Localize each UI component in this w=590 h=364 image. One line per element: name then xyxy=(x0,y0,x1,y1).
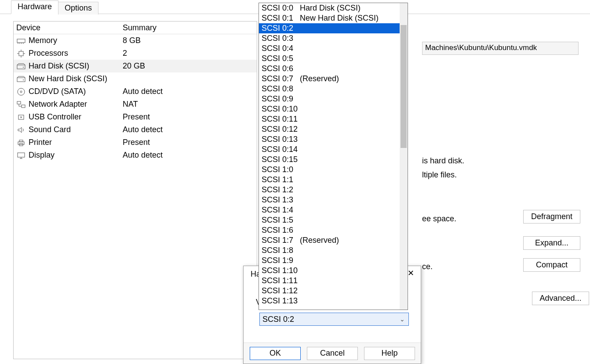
cpu-icon xyxy=(16,50,26,58)
dropdown-item[interactable]: SCSI 0:2 xyxy=(259,23,408,33)
dropdown-item[interactable]: SCSI 0:14 xyxy=(259,144,408,155)
svg-rect-22 xyxy=(18,153,25,157)
dropdown-item[interactable]: SCSI 1:3 xyxy=(259,195,408,205)
device-summary: 20 GB xyxy=(119,61,257,71)
usb-icon xyxy=(16,113,26,121)
svg-point-11 xyxy=(23,67,24,68)
dropdown-item[interactable]: SCSI 0:15 xyxy=(259,155,408,165)
dropdown-item[interactable]: SCSI 1:1 xyxy=(259,175,408,185)
dropdown-item[interactable]: SCSI 0:11 xyxy=(259,114,408,124)
hdd-icon xyxy=(16,75,26,83)
dropdown-item[interactable]: SCSI 0:5 xyxy=(259,54,408,64)
svg-point-13 xyxy=(23,79,24,80)
compact-button[interactable]: Compact xyxy=(523,258,580,272)
dropdown-item[interactable]: SCSI 1:0 xyxy=(259,165,408,175)
text-ce: ce. xyxy=(422,262,433,271)
dropdown-item[interactable]: SCSI 0:3 xyxy=(259,33,408,43)
dropdown-item[interactable]: SCSI 1:9 xyxy=(259,256,408,266)
dropdown-item[interactable]: SCSI 0:6 xyxy=(259,64,408,74)
device-name: Display xyxy=(29,151,55,160)
svg-rect-10 xyxy=(17,65,25,69)
svg-rect-17 xyxy=(22,105,25,108)
dropdown-item[interactable]: SCSI 1:5 xyxy=(259,215,408,225)
disk-file-field[interactable]: Machines\Kubuntu\Kubuntu.vmdk xyxy=(422,42,579,55)
device-row[interactable]: New Hard Disk (SCSI) xyxy=(14,72,257,85)
device-row[interactable]: Memory8 GB xyxy=(14,34,257,47)
device-row[interactable]: Hard Disk (SCSI)20 GB xyxy=(14,60,257,72)
text-free-space: ee space. xyxy=(422,214,456,223)
cd-icon xyxy=(16,88,26,96)
device-node-dropdown[interactable]: SCSI 0:0 Hard Disk (SCSI)SCSI 0:1 New Ha… xyxy=(259,3,408,310)
dropdown-item[interactable]: SCSI 1:11 xyxy=(259,276,408,286)
ok-button[interactable]: OK xyxy=(250,347,301,360)
device-name: Network Adapter xyxy=(29,100,87,109)
device-row[interactable]: DisplayAuto detect xyxy=(14,149,257,162)
device-name: CD/DVD (SATA) xyxy=(29,87,86,96)
display-icon xyxy=(16,151,26,159)
device-name: Printer xyxy=(29,138,52,147)
svg-rect-16 xyxy=(17,101,21,104)
dropdown-item[interactable]: SCSI 0:1 New Hard Disk (SCSI) xyxy=(259,13,408,23)
device-row[interactable]: CD/DVD (SATA)Auto detect xyxy=(14,85,257,98)
device-summary: NAT xyxy=(119,100,257,109)
combo-value: SCSI 0:2 xyxy=(262,315,294,324)
dropdown-item[interactable]: SCSI 1:8 xyxy=(259,245,408,256)
dropdown-item[interactable]: SCSI 0:8 xyxy=(259,84,408,94)
advanced-button[interactable]: Advanced... xyxy=(532,292,589,305)
cancel-button[interactable]: Cancel xyxy=(307,347,358,360)
device-summary: Present xyxy=(119,112,257,122)
printer-icon xyxy=(16,139,26,147)
column-header-device[interactable]: Device xyxy=(14,23,119,32)
expand-button[interactable]: Expand... xyxy=(523,236,580,250)
dropdown-item[interactable]: SCSI 0:4 xyxy=(259,43,408,54)
dropdown-item[interactable]: SCSI 0:7 (Reserved) xyxy=(259,74,408,84)
device-summary: Present xyxy=(119,138,257,147)
device-summary: 2 xyxy=(119,49,257,58)
device-row[interactable]: Network AdapterNAT xyxy=(14,98,257,111)
text-hard-disk: is hard disk. xyxy=(422,156,464,166)
sound-icon xyxy=(16,126,26,134)
virtual-device-node-combo[interactable]: SCSI 0:2 ⌄ xyxy=(259,313,409,326)
device-name: Hard Disk (SCSI) xyxy=(29,61,89,71)
device-name: USB Controller xyxy=(29,112,81,122)
device-name: Processors xyxy=(29,49,68,58)
defragment-button[interactable]: Defragment xyxy=(523,210,580,223)
svg-rect-20 xyxy=(19,140,23,142)
scrollbar-thumb[interactable] xyxy=(401,25,407,148)
device-list-header: Device Summary xyxy=(14,22,257,34)
dropdown-item[interactable]: SCSI 0:0 Hard Disk (SCSI) xyxy=(259,3,408,13)
device-row[interactable]: Processors2 xyxy=(14,47,257,60)
device-row[interactable]: Sound CardAuto detect xyxy=(14,123,257,136)
text-multiple-files: ltiple files. xyxy=(422,170,457,180)
dropdown-item[interactable]: SCSI 1:7 (Reserved) xyxy=(259,235,408,245)
dropdown-item[interactable]: SCSI 1:13 xyxy=(259,296,408,306)
device-summary: Auto detect xyxy=(119,125,257,134)
svg-rect-12 xyxy=(17,78,25,82)
tab-options[interactable]: Options xyxy=(58,2,98,14)
tab-hardware[interactable]: Hardware xyxy=(11,0,58,14)
dropdown-item[interactable]: SCSI 0:13 xyxy=(259,134,408,144)
help-button[interactable]: Help xyxy=(364,347,415,360)
device-name: New Hard Disk (SCSI) xyxy=(29,74,107,83)
dropdown-item[interactable]: SCSI 0:12 xyxy=(259,124,408,134)
device-list: Device Summary Memory8 GBProcessors2Hard… xyxy=(13,21,257,359)
dropdown-item[interactable]: SCSI 0:9 xyxy=(259,94,408,104)
dropdown-item[interactable]: SCSI 1:10 xyxy=(259,266,408,276)
dropdown-item[interactable]: SCSI 1:2 xyxy=(259,185,408,195)
svg-point-14 xyxy=(18,88,25,95)
hdd-icon xyxy=(16,62,26,70)
device-row[interactable]: USB ControllerPresent xyxy=(14,111,257,123)
dropdown-item[interactable]: SCSI 0:10 xyxy=(259,104,408,114)
dropdown-item[interactable]: SCSI 1:12 xyxy=(259,286,408,296)
dropdown-item[interactable]: SCSI 1:6 xyxy=(259,225,408,235)
svg-rect-19 xyxy=(18,142,24,144)
chevron-down-icon: ⌄ xyxy=(400,316,405,323)
advanced-dialog-buttons: OK Cancel Help xyxy=(244,342,421,364)
memory-icon xyxy=(16,37,26,45)
device-summary: Auto detect xyxy=(119,151,257,160)
column-header-summary[interactable]: Summary xyxy=(119,23,257,32)
scrollbar[interactable] xyxy=(400,3,408,310)
device-name: Sound Card xyxy=(29,125,71,134)
device-row[interactable]: PrinterPresent xyxy=(14,136,257,149)
dropdown-item[interactable]: SCSI 1:4 xyxy=(259,205,408,215)
